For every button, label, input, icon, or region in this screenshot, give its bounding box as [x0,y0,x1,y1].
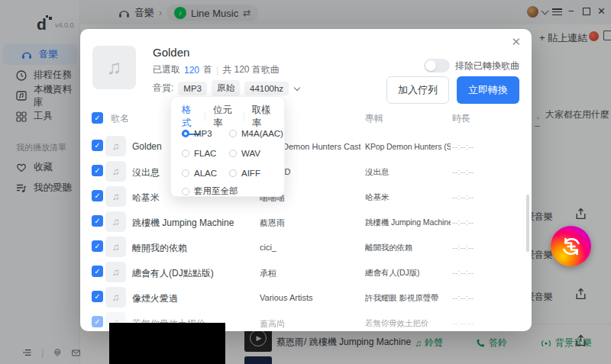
row-checkbox[interactable]: ✓ [92,240,103,252]
song-duration: --:--:-- [452,293,474,302]
song-duration: --:--:-- [452,268,474,277]
app-window: 音樂 › ♪ Line Music ⇄ − ✕ d v4.0.0 [0,0,611,364]
column-header-album[interactable]: 專輯 [365,112,383,125]
radio-selected-icon [182,130,189,137]
song-duration: --:--:-- [452,192,474,201]
song-duration: --:--:-- [452,142,474,151]
apply-to-all-option[interactable]: 套用至全部 [182,185,238,197]
convert-dialog: ✕ ♫ Golden 已選取120首 | 共 120 首歌曲 音質: MP3 原… [80,29,532,331]
add-to-queue-button[interactable]: 加入佇列 [386,76,449,104]
table-row[interactable]: ✓♫哈基米喵喵喵哈基米--:--:-- [80,185,532,210]
row-checkbox[interactable]: ✓ [92,190,103,201]
format-option-flac[interactable]: FLAC [182,149,216,158]
song-artist: Various Artists [260,293,313,302]
playlist-artwork: ♫ [92,46,136,89]
playlist-title: Golden [153,46,189,59]
exclude-converted-label: 排除已轉換歌曲 [455,60,519,72]
music-note-icon: ♫ [105,211,126,232]
song-artist: 承桓 [260,268,276,279]
select-all-checkbox[interactable]: ✓ [92,112,103,124]
quality-selector[interactable]: 音質: MP3 原始 44100hz [153,80,299,96]
song-artist: cici_ [260,243,276,252]
row-checkbox[interactable]: ✓ [92,165,103,176]
table-row[interactable]: ✓♫GoldenKPop Demon Hunters CastKPop Demo… [80,134,532,159]
column-header-duration[interactable]: 時長 [452,112,470,125]
table-row[interactable]: ✓♫離開我的依賴cici_離開我的依賴--:--:-- [80,235,532,260]
song-album: 哈基米 [365,192,389,203]
format-option-alac[interactable]: ALAC [182,169,217,178]
row-checkbox[interactable]: ✓ [92,140,103,151]
total-count: 共 120 首歌曲 [222,63,280,76]
song-duration: --:--:-- [452,243,474,252]
song-name: 跳樓機 Jumping Machine [132,217,234,230]
song-name: Golden [132,141,162,152]
format-option-wav[interactable]: WAV [229,149,260,158]
exclude-converted-toggle[interactable] [424,59,450,72]
table-row[interactable]: ✓♫跳樓機 Jumping Machine蔡恩雨跳樓機 Jumping Mach… [80,210,532,235]
selected-count: 120 [184,65,199,76]
song-album: 跳樓機 Jumping Machine [365,217,451,228]
floating-convert-button[interactable] [551,226,591,266]
song-artist: 蔡恩雨 [260,217,285,229]
convert-now-button[interactable]: 立即轉換 [457,76,519,104]
format-option-aiff[interactable]: AIFF [229,169,260,178]
song-name: 總會有人(DJ點點版) [132,267,214,280]
sync-plus-icon [559,234,584,259]
format-option-mp3[interactable]: MP3 [182,129,212,138]
row-checkbox[interactable]: ✓ [92,266,103,277]
divider [205,112,205,121]
radio-icon [182,150,189,157]
song-duration: --:--:-- [452,217,474,227]
music-note-icon: ♫ [105,186,126,207]
row-checkbox[interactable]: ✓ [92,291,103,302]
song-name: 像煙火愛過 [132,292,178,305]
quality-label: 音質: [153,82,173,95]
table-row[interactable]: ✓♫像煙火愛過Various Artists許我耀眼 影視原聲帶--:--:-- [80,285,532,311]
format-dropdown-panel: 格式 位元率 取樣率 MP3 M4A(AAC) FLAC WAV ALAC AI… [170,96,285,197]
table-row[interactable]: ✓♫沒出息YoonDD沒出息--:--:-- [80,159,532,185]
selection-summary: 已選取120首 | 共 120 首歌曲 [153,63,280,76]
radio-icon [229,169,237,177]
radio-icon [229,130,237,137]
song-album: 沒出息 [365,167,389,178]
scrollbar[interactable] [526,195,529,252]
song-artist: 蓋高尚 [260,318,285,330]
music-note-icon: ♫ [107,56,122,79]
song-duration: --:--:-- [452,318,474,327]
toggle-knob [425,60,436,71]
song-album: 若無你毋效土把价 [365,318,428,329]
table-row[interactable]: ✓♫總會有人(DJ點點版)承桓總會有人(DJ版)--:--:-- [80,260,532,285]
bitrate-chip[interactable]: 原始 [212,80,240,96]
radio-icon [182,188,189,195]
music-note-icon: ♫ [105,237,126,257]
music-note-icon: ♫ [105,161,126,182]
music-note-icon: ♫ [105,262,126,282]
music-note-icon: ♫ [105,136,126,156]
song-name: 離開我的依賴 [132,242,187,255]
table-header: ✓ 歌名 專輯 時長 [80,109,532,127]
column-header-name[interactable]: 歌名 [111,112,129,125]
row-checkbox[interactable]: ✓ [92,215,103,227]
format-chip[interactable]: MP3 [178,82,207,95]
close-icon[interactable]: ✕ [511,35,521,49]
song-album: KPop Demon Hunters (So... [365,142,451,151]
samplerate-chip[interactable]: 44100hz [244,82,289,95]
song-name: 哈基米 [132,192,160,205]
song-album: 離開我的依賴 [365,243,412,253]
video-player-overlay[interactable] [109,323,225,364]
divider [244,112,244,121]
song-name: 沒出息 [132,166,160,179]
radio-icon [229,150,237,157]
radio-icon [182,169,189,177]
song-album: 許我耀眼 影視原聲帶 [365,293,438,304]
music-note-icon: ♫ [105,287,126,308]
song-album: 總會有人(DJ版) [365,268,419,279]
chevron-down-icon [294,84,300,90]
row-checkbox[interactable]: ✓ [92,316,103,327]
song-duration: --:--:-- [452,167,474,176]
format-option-m4a[interactable]: M4A(AAC) [229,129,283,138]
